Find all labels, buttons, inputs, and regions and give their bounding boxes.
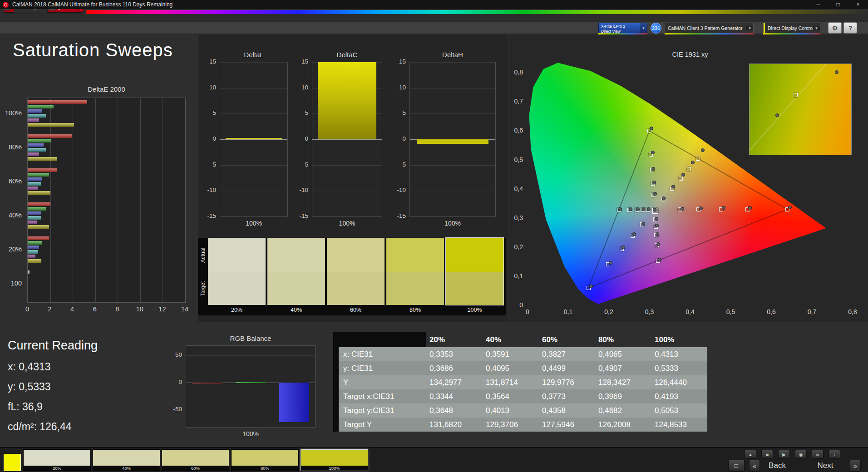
table-cell: 131,8714	[482, 378, 538, 387]
table-row-label: Target x:CIE31	[339, 392, 426, 401]
cie-axis-label: 0,6	[514, 127, 523, 134]
delta-c-xlabel: 100%	[312, 217, 382, 227]
delta-l-plot	[220, 62, 288, 217]
rgb-axis-label: -50	[173, 406, 182, 413]
deltae-axis-label: 60%	[9, 177, 22, 185]
table-cell: 0,4499	[538, 364, 595, 373]
delta-value-bar	[417, 139, 488, 144]
close-button[interactable]: ×	[848, 0, 868, 9]
table-cell: 0,3686	[426, 364, 482, 373]
next-button[interactable]: Next	[809, 460, 842, 472]
pattern-generator-dropdown[interactable]: CalMAN Client 3 Pattern Generator ▼	[665, 23, 754, 34]
cie-axis-label: 0,3	[641, 308, 658, 315]
cie-measured-yellow	[681, 173, 685, 177]
cie-target-yellow	[679, 177, 683, 181]
deltae-bar-cyan	[28, 148, 46, 152]
delta-l-xlabel: 100%	[220, 217, 288, 227]
cie-axis-label: 0,8	[514, 69, 523, 76]
current-reading-title: Current Reading	[8, 339, 98, 353]
swatch-target-60%	[327, 272, 385, 305]
deltae-axis-label: 100	[11, 280, 22, 287]
bottom-swatch-80%[interactable]: 80%	[231, 449, 299, 471]
rgb-balance-title: RGB Balance	[186, 334, 316, 345]
cie-white-point-measured	[653, 208, 656, 211]
table-cell: 0,3591	[482, 350, 538, 359]
settings-button[interactable]: ⚙	[828, 22, 842, 34]
swatch-target-40%	[267, 272, 325, 305]
next-chevron-button[interactable]: »	[850, 460, 861, 472]
cie-measured-blue	[609, 261, 612, 265]
bottom-swatch-40%[interactable]: 40%	[93, 449, 160, 471]
chevron-down-icon: ▼	[813, 26, 820, 30]
record-button[interactable]: ◉	[795, 450, 807, 459]
table-header-cell: 20%	[426, 335, 482, 344]
rgb-bar-green	[236, 382, 266, 383]
save-button[interactable]: ↓	[829, 450, 840, 459]
cie-chart-title: CIE 1931 xy	[528, 51, 853, 58]
mini-axis-label: 10	[301, 84, 308, 91]
bottom-swatch-100%[interactable]: 100%	[301, 449, 368, 471]
swatch-color	[232, 450, 298, 466]
mini-gridline	[312, 216, 382, 217]
meter-dropdown[interactable]: X-Rite i1Pro 2 Direct View ▼	[598, 23, 647, 34]
table-body: x: CIE310,33530,35910,38270,40650,4313y:…	[333, 347, 707, 432]
cie-measured-yellow	[671, 185, 675, 188]
delta-h-plot	[409, 62, 496, 217]
deltae-bar-cyan	[28, 216, 41, 220]
delta-l-chart: DeltaL 151050-5-10-15 100%	[200, 51, 288, 227]
mini-axis-label: -10	[397, 187, 406, 193]
swatch-strip-label: 60%	[327, 305, 385, 315]
swatch-strip-label: 100%	[446, 305, 503, 315]
help-button[interactable]: ?	[843, 22, 857, 34]
swatch-strip-label: 20%	[208, 305, 266, 315]
mini-gridline	[220, 88, 287, 88]
swatch-row-actual: Actual	[198, 238, 207, 272]
deltae-gridline	[95, 98, 96, 302]
minimize-button[interactable]: –	[808, 0, 828, 9]
delta-h-title: DeltaH	[409, 51, 496, 62]
deltae-bar-blue	[28, 211, 41, 215]
play-button[interactable]: ▶	[778, 450, 790, 459]
table-row-label: y: CIE31	[339, 364, 426, 373]
deltae-bar-green	[28, 173, 49, 177]
swatch-label: 80%	[232, 466, 298, 471]
chevron-down-icon: ▼	[640, 23, 647, 33]
mini-axis-label: 5	[305, 109, 308, 116]
cie-measured-blue	[641, 222, 645, 226]
color-checker-chip[interactable]	[4, 454, 21, 471]
reading-count-badge[interactable]: 236	[651, 23, 661, 34]
deltae-axis-label: 10	[135, 305, 145, 313]
bottom-swatch-20%[interactable]: 20%	[23, 449, 91, 471]
eject-button[interactable]: ▲	[745, 450, 756, 459]
table-header-cell: 60%	[538, 335, 595, 344]
mini-axis-label: 10	[399, 84, 406, 91]
table-cell: 129,9776	[538, 378, 595, 387]
deltae-bar-blue	[28, 177, 42, 181]
back-button[interactable]: Back	[761, 460, 794, 472]
app-icon	[3, 2, 9, 8]
deltae-axis-label: 8	[112, 305, 122, 313]
table-row-label: Target y:CIE31	[339, 406, 426, 415]
mini-gridline	[220, 216, 287, 217]
table-cell: 0,5333	[651, 364, 707, 373]
table-row: y: CIE310,36860,40950,44990,49070,5333	[339, 361, 707, 375]
maximize-button[interactable]: □	[828, 0, 848, 9]
rgb-gridline	[186, 355, 315, 356]
cie-target-yellow	[696, 157, 700, 161]
loop-button[interactable]: ∞	[812, 450, 824, 459]
back-chevron-button[interactable]: «	[749, 460, 760, 472]
table-cell: 0,4358	[538, 406, 595, 415]
cie-axis-label: 0,4	[514, 185, 523, 192]
stop-button[interactable]: ■	[761, 450, 773, 459]
mini-gridline	[410, 62, 495, 63]
deltae-plot	[27, 98, 186, 303]
cie-measured-green	[653, 192, 657, 196]
table-cell: 0,4682	[595, 406, 651, 415]
bottom-swatch-60%[interactable]: 60%	[162, 449, 229, 471]
table-cell: 131,6820	[426, 420, 482, 429]
deltae-bar-white	[28, 270, 30, 274]
pattern-generator-label: CalMAN Client 3 Pattern Generator	[665, 25, 746, 31]
display-control-dropdown[interactable]: Direct Display Control ▼	[763, 23, 820, 34]
pattern-window-button[interactable]: □	[728, 460, 745, 472]
table-header-cell: 80%	[595, 335, 651, 344]
